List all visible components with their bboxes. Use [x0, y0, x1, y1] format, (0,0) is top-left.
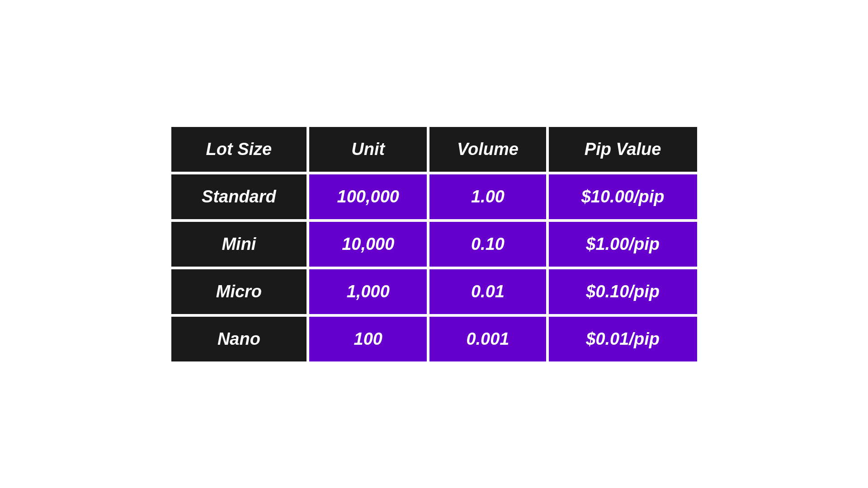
cell-unit: 10,000 [309, 222, 427, 267]
cell-lot-size: Nano [171, 317, 307, 361]
cell-volume: 0.001 [429, 317, 546, 361]
header-lot-size: Lot Size [171, 127, 307, 172]
table-container: Lot Size Unit Volume Pip Value Standard1… [169, 124, 700, 364]
header-pip-value: Pip Value [549, 127, 697, 172]
table-row: Nano1000.001$0.01/pip [171, 317, 697, 361]
cell-pip-value: $1.00/pip [549, 222, 697, 267]
cell-lot-size: Micro [171, 269, 307, 314]
cell-volume: 0.01 [429, 269, 546, 314]
table-row: Standard100,0001.00$10.00/pip [171, 174, 697, 219]
cell-lot-size: Mini [171, 222, 307, 267]
header-volume: Volume [429, 127, 546, 172]
cell-unit: 100 [309, 317, 427, 361]
table-row: Mini10,0000.10$1.00/pip [171, 222, 697, 267]
cell-lot-size: Standard [171, 174, 307, 219]
cell-unit: 1,000 [309, 269, 427, 314]
cell-pip-value: $10.00/pip [549, 174, 697, 219]
cell-volume: 0.10 [429, 222, 546, 267]
table-row: Micro1,0000.01$0.10/pip [171, 269, 697, 314]
table-header-row: Lot Size Unit Volume Pip Value [171, 127, 697, 172]
cell-unit: 100,000 [309, 174, 427, 219]
cell-pip-value: $0.10/pip [549, 269, 697, 314]
cell-pip-value: $0.01/pip [549, 317, 697, 361]
lot-size-table: Lot Size Unit Volume Pip Value Standard1… [169, 124, 700, 364]
cell-volume: 1.00 [429, 174, 546, 219]
header-unit: Unit [309, 127, 427, 172]
